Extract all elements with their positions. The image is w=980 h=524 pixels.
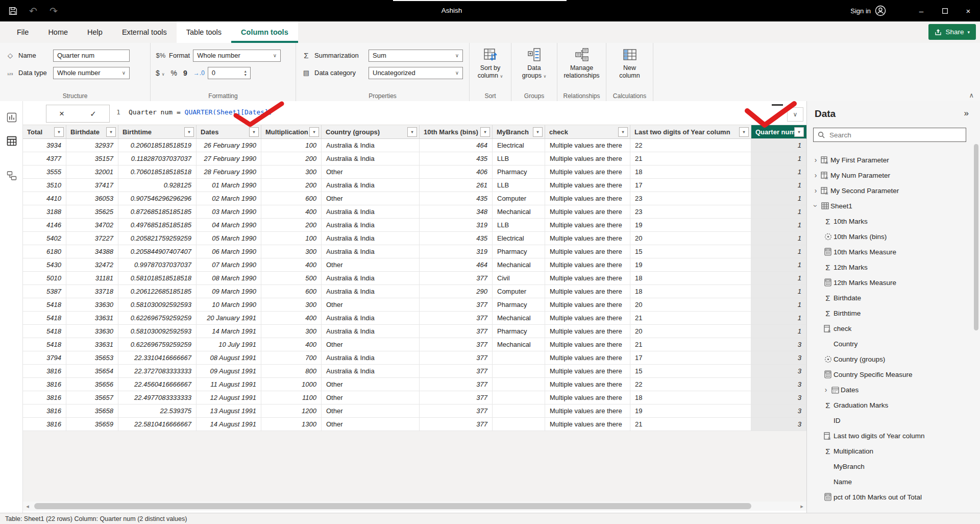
cell[interactable]: Other xyxy=(322,418,420,431)
cell[interactable]: 6180 xyxy=(23,245,66,258)
cell[interactable]: 20 xyxy=(630,298,751,312)
field-item-last-two-digits-of-year-column[interactable]: fxLast two digits of Year column xyxy=(807,428,971,443)
cell[interactable]: Multiple values are there xyxy=(545,152,630,165)
column-filter-dropdown-icon[interactable]: ▾ xyxy=(54,127,64,137)
cell[interactable]: 400 xyxy=(261,338,322,351)
cell[interactable]: 377 xyxy=(420,338,493,351)
cell[interactable] xyxy=(493,404,545,418)
cell[interactable]: 3 xyxy=(751,338,806,351)
percent-format-icon[interactable]: % xyxy=(171,69,177,77)
cell[interactable]: 22.3310416666667 xyxy=(118,351,197,365)
cell[interactable]: 35656 xyxy=(66,378,118,391)
summarization-dropdown[interactable]: Sum∨ xyxy=(369,50,463,62)
cell[interactable]: 22.4977083333333 xyxy=(118,391,197,404)
field-item-12th-marks[interactable]: Σ12th Marks xyxy=(807,259,971,275)
cell[interactable]: Mechanical xyxy=(493,258,545,272)
decimal-places-stepper[interactable]: 0 ▴▾ xyxy=(208,67,251,79)
cell[interactable]: 33630 xyxy=(66,298,118,312)
cell[interactable]: 5418 xyxy=(23,325,66,338)
chevron-right-icon[interactable]: › xyxy=(812,171,819,179)
cell[interactable]: 319 xyxy=(420,219,493,232)
cell[interactable]: 1100 xyxy=(261,391,322,404)
cell[interactable]: Computer xyxy=(493,192,545,205)
cell[interactable]: 18 xyxy=(630,285,751,298)
chevron-down-icon[interactable]: › xyxy=(812,202,820,209)
cell[interactable]: 377 xyxy=(420,351,493,365)
cell[interactable]: 08 August 1991 xyxy=(197,351,261,365)
cell[interactable]: Multiple values are there xyxy=(545,205,630,219)
cell[interactable]: 11 August 1991 xyxy=(197,378,261,391)
cell[interactable]: Multiple values are there xyxy=(545,391,630,404)
tab-file[interactable]: File xyxy=(7,21,38,43)
cell[interactable]: Australia & India xyxy=(322,232,420,245)
cell[interactable]: Pharmacy xyxy=(493,298,545,312)
column-header-10th-marks-bins-[interactable]: 10th Marks (bins)▾ xyxy=(420,125,493,139)
model-view-button[interactable] xyxy=(0,165,23,186)
field-item-10th-marks-bins-[interactable]: 10th Marks (bins) xyxy=(807,229,971,244)
cell[interactable]: Multiple values are there xyxy=(545,351,630,365)
column-header-multiplication[interactable]: Multiplication▾ xyxy=(261,125,322,139)
chevron-right-icon[interactable]: › xyxy=(812,186,819,195)
cell[interactable]: 377 xyxy=(420,391,493,404)
cell[interactable]: Multiple values are there xyxy=(545,272,630,285)
cell[interactable]: Multiple values are there xyxy=(545,285,630,298)
data-groups-button[interactable]: Datagroups ∨ xyxy=(511,47,557,80)
column-header-total[interactable]: Total▾ xyxy=(23,125,66,139)
field-list-scrollbar[interactable] xyxy=(974,144,978,330)
cell[interactable]: 37227 xyxy=(66,232,118,245)
cell[interactable]: Multiple values are there xyxy=(545,418,630,431)
field-item-10th-marks[interactable]: Σ10th Marks xyxy=(807,213,971,229)
column-header-birthdate[interactable]: Birthdate▾ xyxy=(66,125,118,139)
cell[interactable]: Other xyxy=(322,298,420,312)
tab-table-tools[interactable]: Table tools xyxy=(177,21,231,43)
cell[interactable]: 0.907546296296296 xyxy=(118,192,197,205)
cell[interactable]: 08 March 1990 xyxy=(197,272,261,285)
cell[interactable]: Multiple values are there xyxy=(545,298,630,312)
cell[interactable]: LLB xyxy=(493,179,545,192)
cell[interactable]: 23 xyxy=(630,192,751,205)
cell[interactable]: 35658 xyxy=(66,404,118,418)
cell[interactable]: 26 February 1990 xyxy=(197,139,261,152)
cell[interactable]: 20 xyxy=(630,325,751,338)
cell[interactable]: 3 xyxy=(751,391,806,404)
cell[interactable]: 1 xyxy=(751,285,806,298)
cell[interactable]: 0.622696759259259 xyxy=(118,338,197,351)
cell[interactable]: 1 xyxy=(751,139,806,152)
cell[interactable]: 12 August 1991 xyxy=(197,391,261,404)
cell[interactable]: 21 xyxy=(630,338,751,351)
data-category-dropdown[interactable]: Uncategorized∨ xyxy=(369,67,463,79)
column-filter-dropdown-icon[interactable]: ▾ xyxy=(106,127,116,137)
cell[interactable]: 5418 xyxy=(23,338,66,351)
cell[interactable]: 35654 xyxy=(66,365,118,378)
formula-cancel-icon[interactable]: × xyxy=(59,109,64,119)
cell[interactable]: 200 xyxy=(261,179,322,192)
cell[interactable]: 1 xyxy=(751,192,806,205)
cell[interactable]: 5402 xyxy=(23,232,66,245)
column-filter-dropdown-icon[interactable]: ▾ xyxy=(309,127,319,137)
field-item-country-groups-[interactable]: Country (groups) xyxy=(807,351,971,367)
cell[interactable]: 3816 xyxy=(23,378,66,391)
thousands-separator-icon[interactable]: 9 xyxy=(183,69,187,77)
cell[interactable]: 22.3727083333333 xyxy=(118,365,197,378)
cell[interactable]: 13 August 1991 xyxy=(197,404,261,418)
cell[interactable]: 19 xyxy=(630,219,751,232)
minimize-button[interactable]: – xyxy=(910,0,933,21)
column-header-dates[interactable]: Dates▾ xyxy=(197,125,261,139)
tab-column-tools[interactable]: Column tools xyxy=(231,21,298,43)
cell[interactable]: 4410 xyxy=(23,192,66,205)
cell[interactable]: Australia & India xyxy=(322,365,420,378)
cell[interactable]: Australia & India xyxy=(322,312,420,325)
column-header-mybranch[interactable]: MyBranch▾ xyxy=(493,125,545,139)
cell[interactable]: 21 xyxy=(630,418,751,431)
cell[interactable]: Australia & India xyxy=(322,245,420,258)
cell[interactable]: 377 xyxy=(420,312,493,325)
cell[interactable]: 3 xyxy=(751,418,806,431)
cell[interactable]: 04 March 1990 xyxy=(197,219,261,232)
cell[interactable]: 400 xyxy=(261,205,322,219)
scroll-right-icon[interactable]: ▸ xyxy=(797,502,806,511)
data-type-dropdown[interactable]: Whole number∨ xyxy=(53,67,130,79)
cell[interactable]: 3 xyxy=(751,378,806,391)
cell[interactable]: 1 xyxy=(751,179,806,192)
cell[interactable]: 15 xyxy=(630,365,751,378)
save-icon[interactable] xyxy=(7,5,18,16)
